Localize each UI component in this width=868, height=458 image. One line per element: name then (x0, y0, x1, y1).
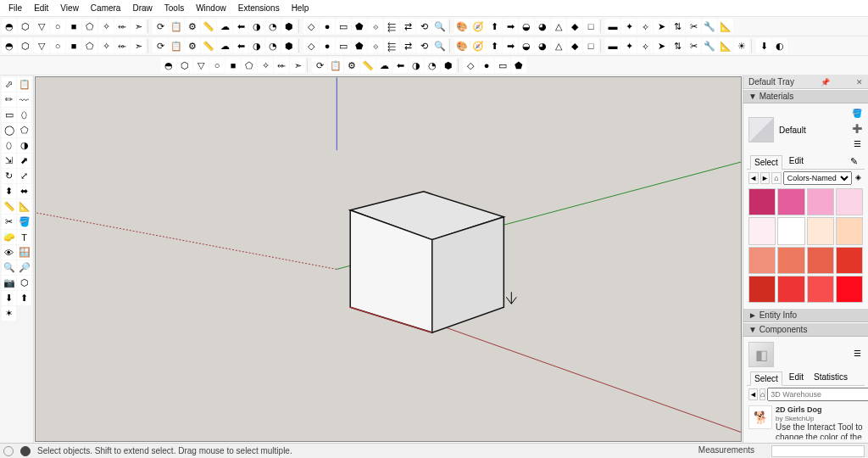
toolbar1-button-30[interactable]: ➡ (503, 19, 518, 34)
dock-tool-6-0[interactable]: ↻ (2, 169, 16, 183)
toolbar1-button-14[interactable]: ⬅ (233, 19, 248, 34)
toolbar1-button-8[interactable]: ➣ (131, 19, 146, 34)
toolbar3-button-18[interactable]: ◇ (463, 58, 478, 73)
toolbar1-button-15[interactable]: ◑ (249, 19, 264, 34)
create-material-icon[interactable]: ➕ (851, 124, 863, 136)
toolbar2-button-5[interactable]: ⬠ (82, 38, 97, 53)
toolbar1-button-6[interactable]: ✧ (98, 19, 114, 34)
toolbar1-button-37[interactable]: ✦ (621, 19, 637, 34)
tab-edit[interactable]: Edit (786, 154, 807, 169)
dock-tool-13-1[interactable]: ⬡ (17, 276, 31, 290)
toolbar2-button-31[interactable]: ◒ (519, 38, 534, 53)
toolbar2-button-29[interactable]: ⬆ (487, 38, 502, 53)
measurements-value-field[interactable] (771, 445, 865, 457)
toolbar1-button-18[interactable]: ◇ (303, 19, 319, 34)
toolbar2-button-8[interactable]: ➣ (131, 38, 146, 53)
dock-tool-2-0[interactable]: ▭ (2, 108, 16, 122)
toolbar1-button-39[interactable]: ➤ (654, 19, 669, 34)
toolbar3-button-4[interactable]: ■ (225, 58, 241, 73)
toolbar1-button-27[interactable]: 🎨 (454, 19, 470, 34)
toolbar1-button-7[interactable]: ⬰ (114, 19, 130, 34)
material-swatch-4[interactable] (748, 217, 776, 244)
toolbar1-button-3[interactable]: ○ (50, 19, 65, 34)
paint-bucket-icon[interactable]: 🪣 (851, 109, 863, 120)
dock-tool-7-0[interactable]: ⬍ (2, 184, 16, 198)
toolbar1-button-11[interactable]: ⚙ (185, 19, 200, 34)
dock-tool-14-1[interactable]: ⬆ (17, 291, 31, 305)
menu-view[interactable]: View (55, 2, 84, 14)
dock-tool-12-0[interactable]: 🔍 (2, 260, 16, 275)
toolbar2-button-7[interactable]: ⬰ (114, 38, 130, 53)
material-swatch-15[interactable] (836, 276, 863, 303)
material-home-icon[interactable]: ⌂ (771, 172, 782, 184)
dock-tool-1-1[interactable]: 〰 (17, 92, 31, 107)
component-item[interactable]: 🐕2D Girls Dogby SketchUpUse the Interact… (747, 403, 865, 439)
toolbar2-button-30[interactable]: ➡ (503, 38, 518, 53)
toolbar3-button-16[interactable]: ◔ (425, 58, 440, 73)
toolbar2-button-23[interactable]: ⬱ (384, 38, 399, 53)
material-swatch-0[interactable] (748, 188, 776, 215)
menu-tools[interactable]: Tools (159, 2, 189, 14)
dock-tool-8-0[interactable]: 📏 (2, 199, 16, 214)
toolbar1-button-33[interactable]: △ (551, 19, 566, 34)
toolbar2-button-43[interactable]: 📐 (718, 38, 733, 53)
dock-tool-12-1[interactable]: 🔎 (17, 260, 31, 275)
toolbar2-button-36[interactable]: ▬ (605, 38, 620, 53)
toolbar2-button-2[interactable]: ▽ (34, 38, 49, 53)
toolbar1-button-1[interactable]: ⬡ (18, 19, 33, 34)
toolbar3-button-10[interactable]: 📋 (328, 58, 343, 73)
comp-tab-edit[interactable]: Edit (786, 371, 807, 385)
menu-file[interactable]: File (3, 2, 27, 14)
toolbar2-button-16[interactable]: ◔ (265, 38, 281, 53)
toolbar1-button-10[interactable]: 📋 (169, 19, 184, 34)
toolbar2-button-10[interactable]: 📋 (169, 38, 184, 53)
material-swatch-6[interactable] (807, 217, 834, 244)
material-back-icon[interactable]: ◄ (748, 172, 759, 184)
comp-back-icon[interactable]: ◄ (748, 388, 758, 400)
toolbar1-button-38[interactable]: ⟡ (637, 19, 653, 34)
toolbar3-button-19[interactable]: ● (479, 58, 494, 73)
toolbar3-button-1[interactable]: ⬡ (177, 58, 192, 73)
toolbar2-button-38[interactable]: ⟡ (637, 38, 653, 53)
toolbar2-button-3[interactable]: ○ (50, 38, 65, 53)
toolbar1-button-4[interactable]: ■ (66, 19, 81, 34)
menu-window[interactable]: Window (191, 2, 231, 14)
panel-components-header[interactable]: ▼ Components (743, 322, 868, 337)
material-swatch-7[interactable] (836, 217, 863, 244)
toolbar3-button-11[interactable]: ⚙ (344, 58, 359, 73)
toolbar1-button-41[interactable]: ✂ (686, 19, 701, 34)
panel-materials-header[interactable]: ▼ Materials (743, 89, 868, 103)
toolbar3-button-3[interactable]: ○ (209, 58, 225, 73)
dock-tool-3-1[interactable]: ⬠ (17, 123, 31, 137)
toolbar2-button-44[interactable]: ☀ (734, 38, 749, 53)
toolbar2-button-15[interactable]: ◑ (249, 38, 264, 53)
toolbar3-button-9[interactable]: ⟳ (312, 58, 327, 73)
toolbar1-button-32[interactable]: ◕ (535, 19, 550, 34)
toolbar2-button-35[interactable]: □ (583, 38, 598, 53)
toolbar1-button-19[interactable]: ● (320, 19, 335, 34)
tray-pin-icon[interactable]: 📌 (821, 78, 830, 87)
toolbar1-button-42[interactable]: 🔧 (702, 19, 717, 34)
dock-tool-3-0[interactable]: ◯ (2, 123, 16, 137)
toolbar2-button-26[interactable]: 🔍 (432, 38, 448, 53)
toolbar2-button-33[interactable]: △ (551, 38, 566, 53)
toolbar3-button-12[interactable]: 📏 (360, 58, 376, 73)
toolbar1-button-2[interactable]: ▽ (34, 19, 49, 34)
tray-close-icon[interactable]: ✕ (856, 78, 863, 87)
toolbar2-button-24[interactable]: ⇄ (400, 38, 415, 53)
toolbar1-button-12[interactable]: 📏 (201, 19, 216, 34)
toolbar1-button-20[interactable]: ▭ (336, 19, 351, 34)
dock-tool-2-1[interactable]: ⬯ (17, 108, 31, 122)
toolbar2-button-39[interactable]: ➤ (654, 38, 669, 53)
toolbar1-button-21[interactable]: ⬟ (352, 19, 367, 34)
toolbar2-button-18[interactable]: ◇ (303, 38, 319, 53)
material-swatch-12[interactable] (748, 276, 776, 303)
menu-help[interactable]: Help (287, 2, 314, 14)
material-swatch-9[interactable] (777, 247, 804, 274)
toolbar1-button-35[interactable]: □ (583, 19, 598, 34)
toolbar1-button-40[interactable]: ⇅ (670, 19, 685, 34)
toolbar2-button-20[interactable]: ▭ (336, 38, 351, 53)
dock-tool-8-1[interactable]: 📐 (17, 199, 31, 214)
toolbar1-button-26[interactable]: 🔍 (432, 19, 448, 34)
dock-tool-13-0[interactable]: 📷 (2, 276, 16, 290)
